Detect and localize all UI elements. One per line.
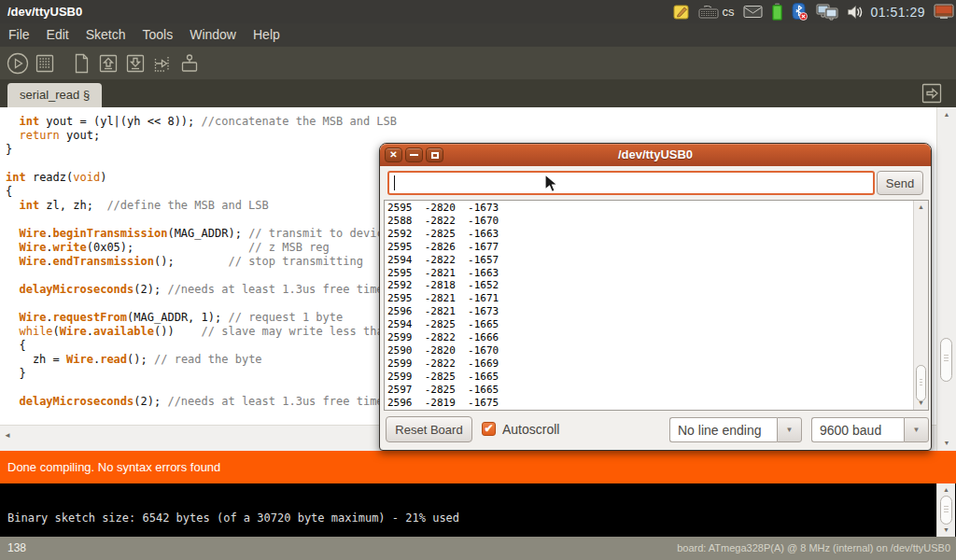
keyboard-layout-indicator[interactable]: cs: [698, 5, 735, 19]
editor-scrollbar-thumb[interactable]: [940, 338, 952, 382]
code-line: Wire.requestFrom(MAG_ADDR, 1); // reques…: [6, 311, 397, 325]
console-output: Binary sketch size: 6542 bytes (of a 307…: [7, 511, 459, 525]
code-line: delayMicroseconds(2); //needs at least 1…: [6, 395, 397, 409]
maximize-button[interactable]: [426, 147, 443, 162]
code-line: Wire.beginTransmission(MAG_ADDR); // tra…: [6, 227, 397, 241]
tab-bar: serial_read §: [0, 79, 956, 107]
serial-output-area[interactable]: 2595 -2820 -16732588 -2822 -16702592 -28…: [384, 200, 929, 411]
close-button[interactable]: ✕: [385, 147, 402, 162]
tab-menu-button[interactable]: [921, 82, 943, 105]
new-sketch-button[interactable]: [68, 50, 93, 76]
console-scrollbar[interactable]: ▲ ▼: [936, 483, 955, 537]
checkmark-icon: ✔: [484, 423, 493, 434]
network-icon[interactable]: [816, 4, 838, 21]
console-scroll-down-icon[interactable]: ▼: [937, 525, 955, 535]
reset-board-button[interactable]: Reset Board: [386, 416, 472, 442]
baud-dropdown-button[interactable]: ▼: [904, 417, 929, 442]
board-info: board: ATmega328P(A) @ 8 MHz (internal) …: [677, 537, 950, 560]
bluetooth-icon[interactable]: [792, 3, 808, 21]
serial-scroll-up-icon[interactable]: ▲: [914, 203, 928, 212]
stop-button[interactable]: [32, 50, 57, 76]
menu-item-window[interactable]: Window: [181, 23, 245, 47]
editor-vertical-scrollbar[interactable]: ▲ ▼: [936, 107, 956, 451]
serial-monitor-titlebar[interactable]: ✕ /dev/ttyUSB0: [380, 144, 931, 166]
menu-item-tools[interactable]: Tools: [134, 23, 182, 47]
serial-output-scrollbar[interactable]: ▲ ▼: [913, 201, 928, 410]
serial-scrollbar-thumb[interactable]: [916, 365, 926, 401]
save-sketch-button[interactable]: [122, 50, 148, 76]
code-line: int zl, zh; //define the MSB and LSB: [6, 199, 397, 213]
autoscroll-checkbox[interactable]: ✔: [482, 422, 496, 436]
save-icon: [123, 51, 148, 76]
baud-rate-select[interactable]: 9600 baud ▼: [811, 417, 929, 442]
code-line: delayMicroseconds(2); //needs at least 1…: [6, 283, 397, 297]
serial-monitor-window: ✕ /dev/ttyUSB0 Send 2595 -2820 -16732588…: [379, 143, 932, 451]
maximize-icon: [431, 152, 439, 159]
serial-line: 2597 -2825 -1665: [387, 384, 499, 397]
serial-line: 2590 -2820 -1670: [387, 344, 499, 357]
open-sketch-button[interactable]: [95, 50, 120, 76]
menu-item-help[interactable]: Help: [245, 23, 288, 47]
note-icon[interactable]: [673, 4, 690, 21]
battery-icon[interactable]: [771, 3, 783, 21]
serial-line: 2594 -2825 -1665: [387, 318, 499, 331]
line-ending-select[interactable]: No line ending ▼: [669, 417, 802, 442]
serial-scroll-down-icon[interactable]: ▼: [914, 399, 928, 408]
console-scrollbar-thumb[interactable]: [940, 496, 952, 525]
code-line: int readz(void): [6, 171, 397, 185]
code-line: return yout;: [6, 129, 397, 143]
menubar-items: FileEditSketchToolsWindowHelp: [0, 23, 956, 47]
upload-button[interactable]: [149, 50, 175, 76]
serial-line: 2588 -2822 -1670: [387, 215, 499, 228]
session-power-icon[interactable]: [934, 4, 954, 20]
new-file-icon: [69, 51, 93, 76]
serial-line: 2599 -2822 -1669: [387, 357, 499, 371]
serial-line: 2595 -2826 -1677: [387, 241, 499, 254]
line-number: 138: [7, 537, 26, 560]
serial-input-field[interactable]: [387, 171, 875, 195]
serial-line: 2596 -2821 -1673: [387, 305, 499, 318]
scroll-down-arrow-icon[interactable]: ▼: [937, 439, 956, 448]
code-line: while(Wire.available()) // slave may wri…: [6, 325, 397, 339]
serial-line: 2599 -2825 -1665: [387, 371, 499, 384]
code-line: }: [6, 143, 397, 157]
verify-button[interactable]: [5, 50, 30, 76]
tab-menu-arrow-icon: [921, 82, 943, 105]
code-lines: int yout = (yl|(yh << 8)); //concatenate…: [6, 115, 397, 409]
serial-line: 2596 -2819 -1675: [387, 397, 499, 410]
code-line: [6, 213, 397, 227]
serial-monitor-title: /dev/ttyUSB0: [380, 144, 931, 166]
tab-serial-read[interactable]: serial_read §: [7, 83, 102, 107]
console-scroll-up-icon[interactable]: ▲: [937, 485, 955, 495]
desktop: /dev/ttyUSB0 cs: [0, 0, 956, 560]
send-button[interactable]: Send: [877, 171, 923, 195]
code-line: {: [6, 185, 397, 199]
line-ending-dropdown-button[interactable]: ▼: [777, 417, 802, 442]
window-title: /dev/ttyUSB0: [7, 0, 82, 23]
serial-monitor-button[interactable]: [176, 50, 202, 76]
scroll-up-arrow-icon[interactable]: ▲: [937, 110, 956, 119]
clock[interactable]: 01:51:29: [871, 5, 926, 20]
volume-icon[interactable]: [847, 5, 863, 20]
menu-item-sketch[interactable]: Sketch: [77, 23, 134, 47]
serial-output-lines: 2595 -2820 -16732588 -2822 -16702592 -28…: [387, 202, 499, 410]
serial-line: 2595 -2821 -1671: [387, 292, 499, 305]
serial-line: 2599 -2822 -1666: [387, 331, 499, 344]
text-caret: [394, 175, 395, 190]
mail-icon[interactable]: [743, 5, 763, 19]
menu-item-file[interactable]: File: [0, 23, 38, 47]
open-icon: [96, 51, 120, 76]
code-line: int yout = (yl|(yh << 8)); //concatenate…: [6, 115, 397, 129]
scroll-left-arrow-icon[interactable]: ◄: [4, 431, 11, 440]
code-line: Wire.endTransmission(); // stop transmit…: [6, 255, 397, 269]
minimize-button[interactable]: [405, 147, 423, 162]
autoscroll-label: Autoscroll: [502, 416, 559, 442]
system-tray: cs: [673, 0, 955, 23]
compile-status-bar: Done compiling. No syntax errors found: [0, 451, 956, 483]
code-line: [6, 157, 397, 171]
code-line: [6, 269, 397, 283]
chevron-down-icon: ▼: [786, 426, 794, 434]
code-line: Wire.write(0x05); // z MSB reg: [6, 241, 397, 255]
close-icon: ✕: [389, 150, 397, 160]
menu-item-edit[interactable]: Edit: [38, 23, 77, 47]
